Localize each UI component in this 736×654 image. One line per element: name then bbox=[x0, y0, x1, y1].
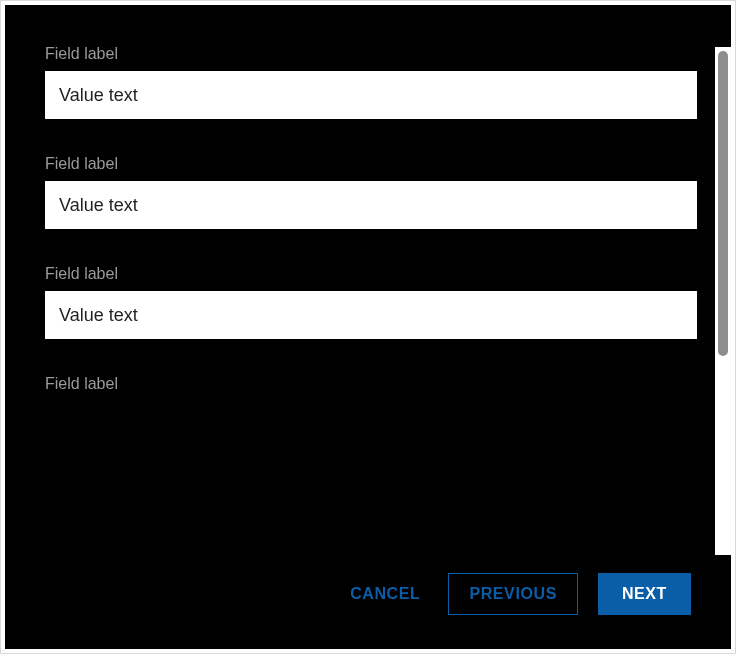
form-field-1: Field label bbox=[45, 155, 697, 229]
dialog-panel: Field label Field label Field label Fiel… bbox=[5, 5, 731, 649]
previous-button[interactable]: Previous bbox=[448, 573, 578, 615]
field-label: Field label bbox=[45, 265, 697, 283]
field-label: Field label bbox=[45, 155, 697, 173]
field-input[interactable] bbox=[45, 291, 697, 339]
field-label: Field label bbox=[45, 45, 697, 63]
field-input[interactable] bbox=[45, 181, 697, 229]
cancel-button[interactable]: Cancel bbox=[342, 573, 428, 615]
scrollbar-thumb[interactable] bbox=[718, 51, 728, 356]
dialog-frame: Field label Field label Field label Fiel… bbox=[0, 0, 736, 654]
form-field-2: Field label bbox=[45, 265, 697, 339]
form-field-3: Field label bbox=[45, 375, 697, 393]
field-label: Field label bbox=[45, 375, 697, 393]
next-button[interactable]: Next bbox=[598, 573, 691, 615]
form-field-0: Field label bbox=[45, 45, 697, 119]
scrollbar-track[interactable] bbox=[715, 47, 731, 555]
dialog-footer: Cancel Previous Next bbox=[5, 555, 731, 649]
form-area: Field label Field label Field label Fiel… bbox=[5, 5, 715, 555]
field-input[interactable] bbox=[45, 71, 697, 119]
form-scroll-region: Field label Field label Field label Fiel… bbox=[5, 5, 731, 555]
